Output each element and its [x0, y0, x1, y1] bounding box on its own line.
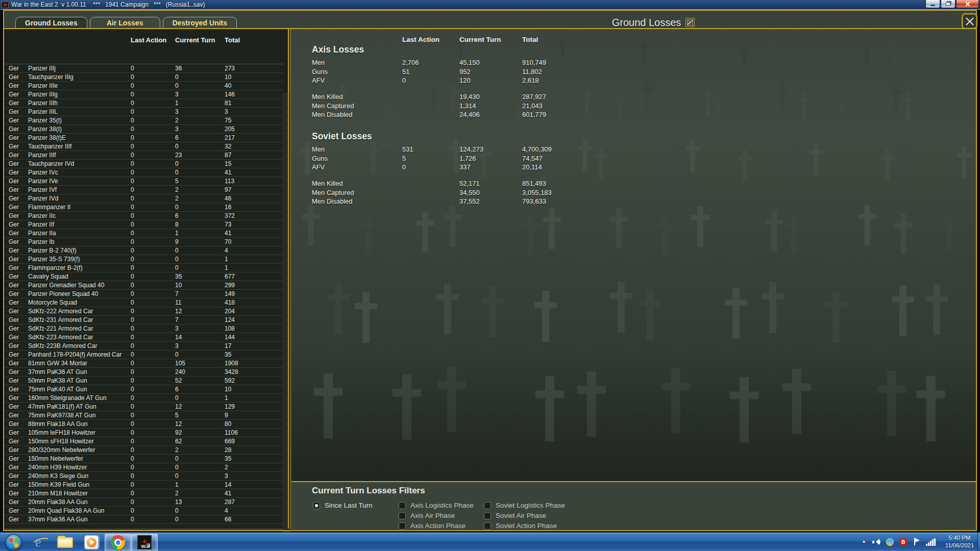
- table-row: Ger240mm H39 Howitzer002: [4, 463, 284, 472]
- table-row: Ger20mm Quad Flak38 AA Gun004: [4, 507, 284, 515]
- table-row: Ger88mm Flak18 AA Gun01280: [4, 420, 284, 429]
- restore-icon: [946, 2, 950, 6]
- table-row: GerTauchpanzer IIIf0032: [4, 142, 284, 151]
- antivirus-tray-icon[interactable]: B: [899, 538, 907, 546]
- table-row: GerPanzer IIIg03146: [4, 90, 284, 99]
- folder-icon: [57, 537, 73, 548]
- checkbox-icon: [484, 512, 491, 519]
- restore-button[interactable]: [941, 0, 955, 8]
- loss-row: Men2,70645,150910,749: [291, 58, 976, 67]
- filter-axis-air-phase[interactable]: Axis Air Phase: [399, 512, 455, 519]
- col-last-action: Last Action: [402, 35, 459, 44]
- table-row: GerPanzer Pioneer Squad 4007149: [4, 290, 284, 298]
- show-desktop-button[interactable]: [977, 533, 980, 551]
- table-row: GerPanzer 35(t)0275: [4, 116, 284, 125]
- table-row: Ger105mm leFH18 Howitzer0921106: [4, 429, 284, 437]
- table-row: GerFlammpanzer II0016: [4, 203, 284, 212]
- start-button[interactable]: [5, 534, 22, 551]
- table-row: GerCavalry Squad035677: [4, 272, 284, 281]
- checkbox-icon: [399, 522, 406, 530]
- loss-row: Guns51,72674,547: [291, 154, 976, 163]
- table-row: GerSdKfz-221 Armored Car03108: [4, 324, 284, 333]
- table-row: Ger210mm M18 Howitzer0241: [4, 489, 284, 498]
- taskbar-wite2[interactable]: ★W2: [131, 534, 158, 551]
- table-row: GerPanzer IIIf02387: [4, 151, 284, 160]
- show-hidden-icons-button[interactable]: ▲: [862, 539, 866, 544]
- table-row: Ger20mm Flak38 AA Gun013287: [4, 498, 284, 507]
- close-button[interactable]: [956, 0, 979, 8]
- table-row: GerPanzer IIIL033: [4, 108, 284, 116]
- windows-taskbar: e ★W2 ▲ B 5:40 PM 11/06/2021: [0, 532, 980, 551]
- internet-explorer-icon: e: [35, 535, 41, 550]
- checkbox-icon: [484, 502, 491, 509]
- tab-ground-losses[interactable]: Ground Losses: [15, 17, 87, 29]
- filter-soviet-air-phase[interactable]: Soviet Air Phase: [484, 512, 546, 519]
- filter-soviet-action-phase[interactable]: Soviet Action Phase: [484, 522, 557, 530]
- radio-selected-icon: [313, 502, 320, 509]
- table-row: Ger50mm PaK38 AT Gun052592: [4, 377, 284, 385]
- updates-tray-icon[interactable]: [886, 538, 894, 546]
- loss-row: Men531124,2734,700,309: [291, 145, 976, 154]
- taskbar-media-player[interactable]: [78, 534, 105, 551]
- minimize-button[interactable]: [925, 0, 940, 8]
- table-row: GerPanzer Grenadier Squad 40010299: [4, 281, 284, 290]
- action-center-flag-icon[interactable]: [913, 538, 920, 546]
- table-row: GerSdKfz-231 Armored Car07124: [4, 316, 284, 324]
- report-chart-icon[interactable]: [685, 18, 695, 27]
- taskbar-clock[interactable]: 5:40 PM 11/06/2021: [942, 534, 977, 549]
- checkbox-icon: [484, 522, 491, 530]
- tab-destroyed-units[interactable]: Destroyed Units: [163, 17, 237, 29]
- minimize-icon: [930, 5, 935, 6]
- loss-breakdown-row: Men Killed52,171851,493: [291, 179, 976, 188]
- unit-table-header: Last Action Current Turn Total: [4, 36, 284, 44]
- table-row: GerPanzer IVc0041: [4, 168, 284, 177]
- table-row: GerPanzer IVf0297: [4, 186, 284, 194]
- window-title: War in the East 2 v 1.00.11 *** 1941 Cam…: [11, 1, 205, 8]
- taskbar-internet-explorer[interactable]: e: [25, 534, 52, 551]
- filter-soviet-logistics-phase[interactable]: Soviet Logistics Phase: [484, 502, 565, 509]
- clock-time: 5:40 PM: [942, 534, 977, 542]
- filter-since-last-turn[interactable]: Since Last Turn: [313, 502, 373, 509]
- loss-row: AFV033720,114: [291, 163, 976, 172]
- table-row: GerSdKfz-222 Armored Car012204: [4, 307, 284, 316]
- app-icon: W: [2, 2, 9, 8]
- table-row: GerPanzer Ib0970: [4, 238, 284, 246]
- table-row: GerPanhard 178-P204(f) Armored Car0035: [4, 350, 284, 359]
- checkbox-icon: [399, 512, 406, 519]
- losses-summary-panel: Last Action Current Turn Total Axis Loss…: [291, 29, 976, 481]
- table-row: GerPanzer IVe05113: [4, 177, 284, 186]
- filter-axis-action-phase[interactable]: Axis Action Phase: [399, 522, 465, 530]
- loss-breakdown-row: Men Disabled37,552793,633: [291, 197, 976, 206]
- network-signal-icon[interactable]: [926, 538, 937, 546]
- section-title: Axis Losses: [312, 44, 364, 55]
- col-current-turn: Current Turn: [459, 35, 522, 44]
- loss-breakdown-row: Men Disabled24,406601,779: [291, 110, 976, 119]
- section-title: Soviet Losses: [312, 131, 372, 142]
- divider-line: [290, 28, 291, 529]
- table-row: GerFlammpanzer B-2(f)001: [4, 264, 284, 272]
- wite2-icon: ★W2: [137, 535, 152, 549]
- page-title: Ground Losses: [612, 17, 681, 29]
- table-row: Ger150mm K39 Field Gun0114: [4, 481, 284, 489]
- filter-axis-logistics-phase[interactable]: Axis Logistics Phase: [399, 502, 474, 509]
- volume-icon[interactable]: [872, 539, 880, 545]
- table-row: GerPanzer IVd0246: [4, 194, 284, 203]
- col-last-action: Last Action: [131, 36, 175, 44]
- tab-air-losses[interactable]: Air Losses: [90, 17, 160, 29]
- screen-close-button[interactable]: [962, 13, 977, 29]
- table-row: GerSdKfz-223B Armored Car0317: [4, 342, 284, 350]
- filters-title: Current Turn Losses Filters: [312, 486, 425, 496]
- table-row: Ger47mm PaK181(f) AT Gun012129: [4, 403, 284, 411]
- media-player-icon: [84, 535, 99, 549]
- clock-date: 11/06/2021: [942, 542, 977, 549]
- table-row: GerPanzer IIIj036273: [4, 64, 284, 73]
- loss-row: Guns5195211,802: [291, 67, 976, 77]
- table-row: Ger280/320mm Nebelwerfer0228: [4, 446, 284, 455]
- table-row: GerPanzer IIa0141: [4, 229, 284, 238]
- taskbar-chrome[interactable]: [105, 534, 131, 551]
- loss-breakdown-row: Men Killed19,430287,927: [291, 92, 976, 102]
- table-row: GerTauchpanzer IVd0015: [4, 160, 284, 168]
- taskbar-file-explorer[interactable]: [52, 534, 78, 551]
- table-row: Ger160mm Stielgranade AT Gun001: [4, 394, 284, 403]
- loss-breakdown-row: Men Captured34,5503,055,183: [291, 188, 976, 197]
